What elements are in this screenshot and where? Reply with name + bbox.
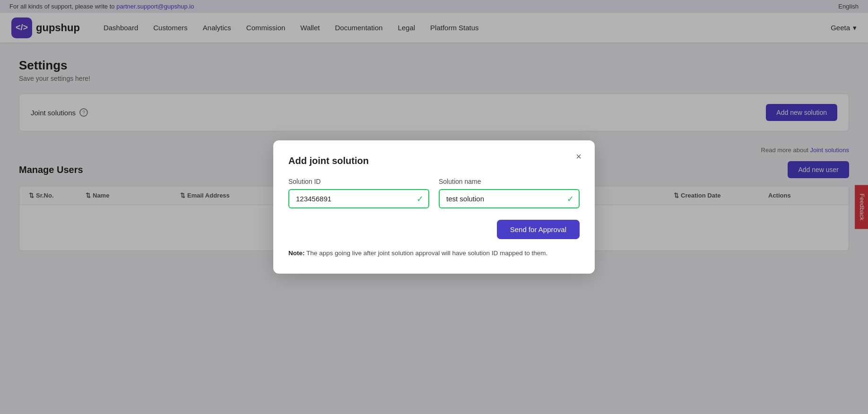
solution-id-label: Solution ID [288,178,429,185]
note-bold: Note: [288,250,305,257]
solution-id-input-wrap: ✓ [288,189,429,208]
solution-id-field-group: Solution ID ✓ [288,178,429,208]
add-joint-solution-modal: Add joint solution × Solution ID ✓ Solut… [273,140,595,273]
solution-name-field-group: Solution name ✓ [439,178,580,208]
solution-id-check-icon: ✓ [417,194,424,204]
send-for-approval-button[interactable]: Send for Approval [497,220,580,239]
modal-note: Note: The apps going live after joint so… [288,249,580,258]
modal-close-button[interactable]: × [572,150,585,163]
solution-id-input[interactable] [288,189,429,208]
modal-title: Add joint solution [288,155,580,166]
modal-overlay: Add joint solution × Solution ID ✓ Solut… [0,0,868,414]
solution-name-check-icon: ✓ [567,194,574,204]
solution-name-input-wrap: ✓ [439,189,580,208]
modal-actions: Send for Approval [288,220,580,239]
note-text: The apps going live after joint solution… [306,250,547,257]
solution-name-input[interactable] [439,189,580,208]
solution-name-label: Solution name [439,178,580,185]
modal-fields: Solution ID ✓ Solution name ✓ [288,178,580,208]
